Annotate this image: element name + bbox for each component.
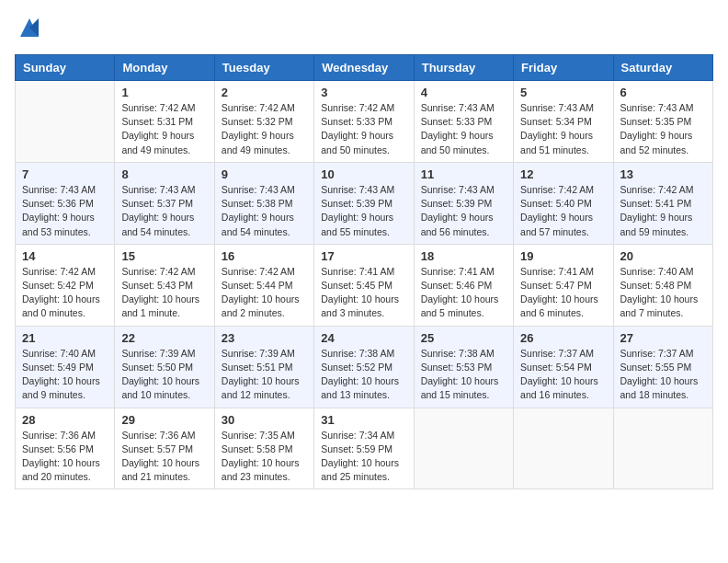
calendar-week-row: 14Sunrise: 7:42 AM Sunset: 5:42 PM Dayli… bbox=[16, 244, 713, 326]
day-number: 29 bbox=[121, 413, 207, 427]
day-number: 21 bbox=[22, 331, 108, 345]
calendar-cell: 8Sunrise: 7:43 AM Sunset: 5:37 PM Daylig… bbox=[115, 162, 214, 244]
day-info: Sunrise: 7:39 AM Sunset: 5:50 PM Dayligh… bbox=[121, 347, 207, 403]
calendar-cell: 15Sunrise: 7:42 AM Sunset: 5:43 PM Dayli… bbox=[115, 244, 214, 326]
day-info: Sunrise: 7:41 AM Sunset: 5:46 PM Dayligh… bbox=[421, 265, 506, 321]
calendar-cell: 23Sunrise: 7:39 AM Sunset: 5:51 PM Dayli… bbox=[214, 326, 313, 408]
day-number: 3 bbox=[321, 86, 406, 99]
day-info: Sunrise: 7:43 AM Sunset: 5:36 PM Dayligh… bbox=[22, 183, 108, 239]
weekday-header-row: SundayMondayTuesdayWednesdayThursdayFrid… bbox=[16, 55, 713, 81]
calendar-cell: 14Sunrise: 7:42 AM Sunset: 5:42 PM Dayli… bbox=[16, 244, 115, 326]
day-number: 31 bbox=[321, 413, 406, 427]
day-info: Sunrise: 7:42 AM Sunset: 5:44 PM Dayligh… bbox=[222, 265, 307, 321]
weekday-header-sunday: Sunday bbox=[16, 55, 115, 81]
day-number: 1 bbox=[121, 86, 207, 99]
day-info: Sunrise: 7:42 AM Sunset: 5:40 PM Dayligh… bbox=[520, 183, 606, 239]
day-info: Sunrise: 7:39 AM Sunset: 5:51 PM Dayligh… bbox=[222, 347, 307, 403]
day-info: Sunrise: 7:42 AM Sunset: 5:43 PM Dayligh… bbox=[121, 265, 207, 321]
day-number: 23 bbox=[222, 331, 307, 345]
calendar-week-row: 28Sunrise: 7:36 AM Sunset: 5:56 PM Dayli… bbox=[16, 408, 713, 489]
calendar-cell: 13Sunrise: 7:42 AM Sunset: 5:41 PM Dayli… bbox=[613, 162, 712, 244]
calendar-cell: 12Sunrise: 7:42 AM Sunset: 5:40 PM Dayli… bbox=[514, 162, 613, 244]
weekday-header-friday: Friday bbox=[514, 55, 613, 81]
calendar-cell: 10Sunrise: 7:43 AM Sunset: 5:39 PM Dayli… bbox=[314, 162, 414, 244]
day-info: Sunrise: 7:35 AM Sunset: 5:58 PM Dayligh… bbox=[222, 429, 307, 485]
day-info: Sunrise: 7:37 AM Sunset: 5:55 PM Dayligh… bbox=[620, 347, 706, 403]
weekday-header-wednesday: Wednesday bbox=[314, 55, 414, 81]
day-info: Sunrise: 7:40 AM Sunset: 5:48 PM Dayligh… bbox=[620, 265, 706, 321]
day-number: 30 bbox=[222, 413, 307, 427]
day-info: Sunrise: 7:43 AM Sunset: 5:33 PM Dayligh… bbox=[421, 101, 506, 157]
calendar-cell bbox=[414, 408, 513, 489]
day-info: Sunrise: 7:38 AM Sunset: 5:53 PM Dayligh… bbox=[421, 347, 506, 403]
day-info: Sunrise: 7:37 AM Sunset: 5:54 PM Dayligh… bbox=[520, 347, 606, 403]
calendar-cell: 3Sunrise: 7:42 AM Sunset: 5:33 PM Daylig… bbox=[314, 81, 414, 163]
day-number: 5 bbox=[520, 86, 606, 99]
day-info: Sunrise: 7:34 AM Sunset: 5:59 PM Dayligh… bbox=[321, 429, 406, 485]
calendar-cell: 11Sunrise: 7:43 AM Sunset: 5:39 PM Dayli… bbox=[414, 162, 513, 244]
calendar-cell: 5Sunrise: 7:43 AM Sunset: 5:34 PM Daylig… bbox=[514, 81, 613, 163]
day-number: 16 bbox=[222, 249, 307, 263]
day-number: 18 bbox=[421, 249, 506, 263]
calendar-cell: 4Sunrise: 7:43 AM Sunset: 5:33 PM Daylig… bbox=[414, 81, 513, 163]
day-number: 20 bbox=[620, 249, 706, 263]
day-number: 2 bbox=[222, 86, 307, 99]
calendar-cell bbox=[613, 408, 712, 489]
day-info: Sunrise: 7:42 AM Sunset: 5:42 PM Dayligh… bbox=[22, 265, 108, 321]
logo bbox=[15, 15, 42, 45]
weekday-header-monday: Monday bbox=[115, 55, 214, 81]
calendar-cell: 22Sunrise: 7:39 AM Sunset: 5:50 PM Dayli… bbox=[115, 326, 214, 408]
day-number: 13 bbox=[620, 167, 706, 181]
page-header bbox=[15, 15, 713, 45]
calendar-cell: 20Sunrise: 7:40 AM Sunset: 5:48 PM Dayli… bbox=[613, 244, 712, 326]
day-info: Sunrise: 7:43 AM Sunset: 5:35 PM Dayligh… bbox=[620, 101, 706, 157]
calendar-cell: 16Sunrise: 7:42 AM Sunset: 5:44 PM Dayli… bbox=[214, 244, 313, 326]
calendar-cell: 7Sunrise: 7:43 AM Sunset: 5:36 PM Daylig… bbox=[16, 162, 115, 244]
weekday-header-thursday: Thursday bbox=[414, 55, 513, 81]
day-info: Sunrise: 7:40 AM Sunset: 5:49 PM Dayligh… bbox=[22, 347, 108, 403]
day-number: 10 bbox=[321, 167, 406, 181]
calendar-cell: 9Sunrise: 7:43 AM Sunset: 5:38 PM Daylig… bbox=[214, 162, 313, 244]
calendar-cell: 26Sunrise: 7:37 AM Sunset: 5:54 PM Dayli… bbox=[514, 326, 613, 408]
calendar-cell: 29Sunrise: 7:36 AM Sunset: 5:57 PM Dayli… bbox=[115, 408, 214, 489]
day-number: 8 bbox=[121, 167, 207, 181]
day-info: Sunrise: 7:43 AM Sunset: 5:39 PM Dayligh… bbox=[321, 183, 406, 239]
calendar-cell: 1Sunrise: 7:42 AM Sunset: 5:31 PM Daylig… bbox=[115, 81, 214, 163]
day-info: Sunrise: 7:41 AM Sunset: 5:45 PM Dayligh… bbox=[321, 265, 406, 321]
day-number: 6 bbox=[620, 86, 706, 99]
day-number: 17 bbox=[321, 249, 406, 263]
day-number: 12 bbox=[520, 167, 606, 181]
day-number: 15 bbox=[121, 249, 207, 263]
logo-icon bbox=[17, 15, 42, 40]
day-number: 28 bbox=[22, 413, 108, 427]
day-number: 26 bbox=[520, 331, 606, 345]
calendar-week-row: 1Sunrise: 7:42 AM Sunset: 5:31 PM Daylig… bbox=[16, 81, 713, 163]
calendar-cell: 18Sunrise: 7:41 AM Sunset: 5:46 PM Dayli… bbox=[414, 244, 513, 326]
calendar-table: SundayMondayTuesdayWednesdayThursdayFrid… bbox=[15, 54, 713, 489]
day-number: 27 bbox=[620, 331, 706, 345]
calendar-cell: 28Sunrise: 7:36 AM Sunset: 5:56 PM Dayli… bbox=[16, 408, 115, 489]
weekday-header-tuesday: Tuesday bbox=[214, 55, 313, 81]
day-info: Sunrise: 7:43 AM Sunset: 5:37 PM Dayligh… bbox=[121, 183, 207, 239]
day-info: Sunrise: 7:43 AM Sunset: 5:38 PM Dayligh… bbox=[222, 183, 307, 239]
calendar-cell bbox=[16, 81, 115, 163]
day-number: 7 bbox=[22, 167, 108, 181]
day-number: 9 bbox=[222, 167, 307, 181]
calendar-cell: 2Sunrise: 7:42 AM Sunset: 5:32 PM Daylig… bbox=[214, 81, 313, 163]
calendar-week-row: 7Sunrise: 7:43 AM Sunset: 5:36 PM Daylig… bbox=[16, 162, 713, 244]
day-info: Sunrise: 7:42 AM Sunset: 5:33 PM Dayligh… bbox=[321, 101, 406, 157]
logo-text bbox=[15, 15, 42, 45]
day-info: Sunrise: 7:43 AM Sunset: 5:34 PM Dayligh… bbox=[520, 101, 606, 157]
day-info: Sunrise: 7:42 AM Sunset: 5:32 PM Dayligh… bbox=[222, 101, 307, 157]
calendar-cell bbox=[514, 408, 613, 489]
calendar-cell: 27Sunrise: 7:37 AM Sunset: 5:55 PM Dayli… bbox=[613, 326, 712, 408]
day-number: 11 bbox=[421, 167, 506, 181]
day-info: Sunrise: 7:42 AM Sunset: 5:31 PM Dayligh… bbox=[121, 101, 207, 157]
day-info: Sunrise: 7:42 AM Sunset: 5:41 PM Dayligh… bbox=[620, 183, 706, 239]
day-info: Sunrise: 7:41 AM Sunset: 5:47 PM Dayligh… bbox=[520, 265, 606, 321]
day-info: Sunrise: 7:36 AM Sunset: 5:56 PM Dayligh… bbox=[22, 429, 108, 485]
calendar-cell: 17Sunrise: 7:41 AM Sunset: 5:45 PM Dayli… bbox=[314, 244, 414, 326]
day-info: Sunrise: 7:36 AM Sunset: 5:57 PM Dayligh… bbox=[121, 429, 207, 485]
weekday-header-saturday: Saturday bbox=[613, 55, 712, 81]
calendar-week-row: 21Sunrise: 7:40 AM Sunset: 5:49 PM Dayli… bbox=[16, 326, 713, 408]
